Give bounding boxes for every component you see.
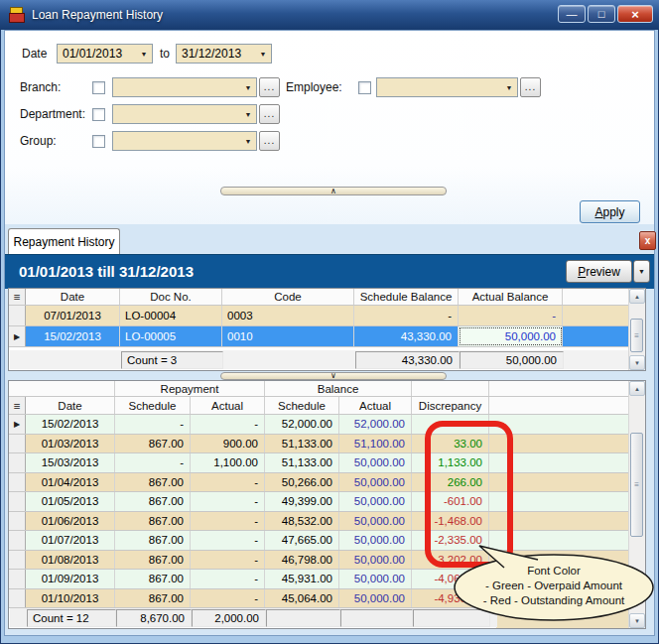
cell-balance-actual[interactable]: 50,000.00 xyxy=(339,473,412,492)
group-checkbox[interactable] xyxy=(92,135,105,148)
preview-button[interactable]: Preview xyxy=(566,260,632,283)
cell-balance-schedule[interactable]: 48,532.00 xyxy=(265,512,339,531)
cell-balance-schedule[interactable]: 46,798.00 xyxy=(265,551,339,570)
title-bar[interactable]: Loan Repayment History — □ × xyxy=(0,0,659,30)
tab-repayment-history[interactable]: Repayment History xyxy=(8,228,120,254)
column-header-repayment-actual[interactable]: Actual xyxy=(191,397,265,414)
cell-repayment-actual[interactable]: 900.00 xyxy=(191,435,265,453)
column-header-discrepancy[interactable]: Discrepancy xyxy=(412,397,489,414)
cell-balance-schedule[interactable]: 45,064.00 xyxy=(265,589,339,608)
cell-date[interactable]: 15/02/2013 xyxy=(26,415,115,434)
table-row[interactable]: 07/01/2013 LO-00004 0003 - - xyxy=(9,306,645,326)
cell-date[interactable]: 01/10/2013 xyxy=(26,589,115,608)
cell-date[interactable]: 01/03/2013 xyxy=(26,435,115,453)
cell-discrepancy[interactable]: -1,468.00 xyxy=(412,512,489,531)
cell-date[interactable]: 01/06/2013 xyxy=(26,512,115,531)
column-header-date[interactable]: Date xyxy=(26,289,120,305)
branch-select[interactable]: ▼ xyxy=(112,77,257,97)
cell-repayment-schedule[interactable]: 867.00 xyxy=(115,570,191,588)
cell-balance-actual[interactable]: 50,000.00 xyxy=(339,453,412,472)
scroll-down-icon[interactable]: ▼ xyxy=(629,355,645,370)
cell-repayment-actual[interactable]: - xyxy=(191,531,265,550)
cell-schedule-balance[interactable]: 43,330.00 xyxy=(354,326,459,346)
cell-balance-actual[interactable]: 50,000.00 xyxy=(339,492,412,511)
cell-date[interactable]: 01/09/2013 xyxy=(26,570,115,588)
cell-balance-actual[interactable]: 50,000.00 xyxy=(339,570,412,588)
table-row[interactable]: ▶ 15/02/2013 - - 52,000.00 52,000.00 - xyxy=(9,415,645,435)
cell-repayment-actual[interactable]: - xyxy=(191,473,265,492)
cell-repayment-schedule[interactable]: 867.00 xyxy=(115,531,191,550)
cell-discrepancy[interactable]: -2,335.00 xyxy=(412,531,489,550)
cell-balance-schedule[interactable]: 47,665.00 xyxy=(265,531,339,550)
cell-balance-schedule[interactable]: 50,266.00 xyxy=(265,473,339,492)
cell-balance-actual[interactable]: 50,000.00 xyxy=(339,512,412,531)
column-header-actual-balance[interactable]: Actual Balance xyxy=(459,289,563,305)
scrollbar-thumb[interactable]: ≡ xyxy=(630,319,643,352)
cell-repayment-actual[interactable]: 1,100.00 xyxy=(191,453,265,472)
cell-schedule-balance[interactable]: - xyxy=(354,306,459,325)
cell-date[interactable]: 01/08/2013 xyxy=(26,551,115,570)
column-header-balance-actual[interactable]: Actual xyxy=(339,397,412,414)
branch-browse-button[interactable]: ... xyxy=(259,77,280,97)
cell-repayment-schedule[interactable]: 867.00 xyxy=(115,492,191,511)
cell-repayment-schedule[interactable]: 867.00 xyxy=(115,551,191,570)
table-row-selected[interactable]: ▶ 15/02/2013 LO-00005 0010 43,330.00 50,… xyxy=(9,326,645,347)
branch-checkbox[interactable] xyxy=(92,81,105,94)
grid-splitter[interactable]: ∨ xyxy=(220,372,447,380)
department-select[interactable]: ▼ xyxy=(112,104,257,124)
cell-balance-actual[interactable]: 50,000.00 xyxy=(339,551,412,570)
cell-date[interactable]: 15/02/2013 xyxy=(26,326,120,346)
cell-discrepancy[interactable]: -601.00 xyxy=(412,492,489,511)
column-header-repayment-schedule[interactable]: Schedule xyxy=(115,397,191,414)
cell-balance-schedule[interactable]: 49,399.00 xyxy=(265,492,339,511)
employee-checkbox[interactable] xyxy=(358,81,371,94)
cell-date[interactable]: 01/05/2013 xyxy=(26,492,115,511)
cell-repayment-actual[interactable]: - xyxy=(191,551,265,570)
employee-browse-button[interactable]: ... xyxy=(520,77,541,97)
table-row[interactable]: 01/04/2013 867.00 - 50,266.00 50,000.00 … xyxy=(9,473,645,493)
table-row[interactable]: 01/03/2013 867.00 900.00 51,133.00 51,10… xyxy=(9,435,645,454)
department-checkbox[interactable] xyxy=(92,108,105,121)
scroll-up-icon[interactable]: ▲ xyxy=(629,381,645,396)
column-header-schedule-balance[interactable]: Schedule Balance xyxy=(354,289,459,305)
cell-repayment-actual[interactable]: - xyxy=(191,570,265,588)
cell-code[interactable]: 0010 xyxy=(222,326,354,346)
cell-repayment-schedule[interactable]: 867.00 xyxy=(115,589,191,608)
group-browse-button[interactable]: ... xyxy=(259,131,280,151)
cell-repayment-schedule[interactable]: 867.00 xyxy=(115,435,191,453)
cell-balance-schedule[interactable]: 45,931.00 xyxy=(265,570,339,588)
date-from-select[interactable]: 01/01/2013 ▼ xyxy=(57,44,153,64)
restore-button[interactable]: □ xyxy=(588,5,615,23)
cell-actual-balance-focused[interactable]: 50,000.00 xyxy=(459,326,563,346)
apply-button[interactable]: Apply xyxy=(580,200,640,223)
cell-doc-no[interactable]: LO-00004 xyxy=(120,306,222,325)
column-header-doc-no[interactable]: Doc No. xyxy=(120,289,222,305)
column-header-code[interactable]: Code xyxy=(222,289,354,305)
cell-date[interactable]: 15/03/2013 xyxy=(26,453,115,472)
cell-balance-actual[interactable]: 50,000.00 xyxy=(339,589,412,608)
minimize-button[interactable]: — xyxy=(558,5,586,23)
column-header-balance-schedule[interactable]: Schedule xyxy=(265,397,339,414)
cell-repayment-schedule[interactable]: - xyxy=(115,453,191,472)
cell-balance-schedule[interactable]: 52,000.00 xyxy=(265,415,339,434)
cell-date[interactable]: 01/04/2013 xyxy=(26,473,115,492)
cell-balance-schedule[interactable]: 51,133.00 xyxy=(265,435,339,453)
date-to-select[interactable]: 31/12/2013 ▼ xyxy=(176,44,272,64)
cell-repayment-actual[interactable]: - xyxy=(191,492,265,511)
cell-repayment-actual[interactable]: - xyxy=(191,512,265,531)
filter-collapse-splitter[interactable]: ∧ xyxy=(220,187,447,195)
table-row[interactable]: 01/07/2013 867.00 - 47,665.00 50,000.00 … xyxy=(9,531,645,551)
column-header-date[interactable]: Date xyxy=(26,397,115,414)
cell-balance-schedule[interactable]: 51,133.00 xyxy=(265,453,339,472)
table-row[interactable]: 01/05/2013 867.00 - 49,399.00 50,000.00 … xyxy=(9,492,645,512)
cell-discrepancy[interactable]: 33.00 xyxy=(412,435,489,453)
cell-balance-actual[interactable]: 51,100.00 xyxy=(339,435,412,453)
scrollbar-thumb[interactable]: ≡ xyxy=(630,433,643,537)
table-row[interactable]: 01/06/2013 867.00 - 48,532.00 50,000.00 … xyxy=(9,512,645,532)
tab-close-button[interactable]: x xyxy=(639,231,656,250)
table-row[interactable]: 15/03/2013 - 1,100.00 51,133.00 50,000.0… xyxy=(9,453,645,473)
cell-repayment-actual[interactable]: - xyxy=(191,415,265,434)
cell-date[interactable]: 01/07/2013 xyxy=(26,531,115,550)
cell-discrepancy[interactable]: 1,133.00 xyxy=(412,453,489,472)
cell-repayment-schedule[interactable]: - xyxy=(115,415,191,434)
